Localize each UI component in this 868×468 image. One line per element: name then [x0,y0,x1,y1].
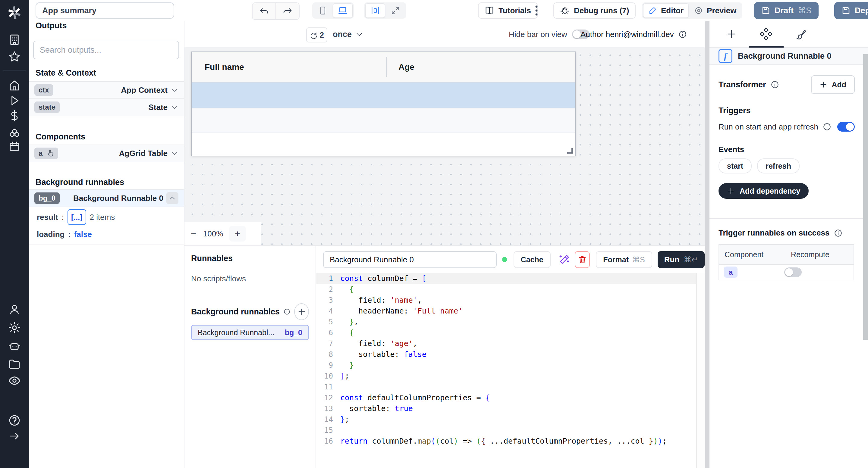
code-line[interactable]: 4 headerName: 'Full name' [316,306,697,316]
delete-runnable-button[interactable] [575,251,590,268]
ai-wand-button[interactable] [558,254,570,265]
panel-resize-handle[interactable] [705,21,710,468]
sidebar-item-help[interactable] [0,412,29,429]
table-row[interactable] [192,108,575,133]
more-menu-button[interactable] [530,4,542,17]
refresh-mode-select[interactable]: once [333,27,363,41]
sidebar-collapse[interactable] [0,428,29,444]
editor-tab[interactable]: Editor [643,3,689,18]
output-row-component-a[interactable]: a AgGrid Table [29,144,184,162]
code-scrollbar[interactable] [696,273,705,468]
fullwidth-layout-button[interactable] [386,4,405,18]
component-a-cell: a [724,268,784,276]
outputs-search[interactable] [33,41,179,59]
sidebar-item-workers[interactable] [0,338,29,355]
code-editor[interactable]: 1const columnDef = [2 {3 field: 'name',4… [316,273,697,468]
code-line[interactable]: 8 sortable: false [316,349,697,360]
sidebar-item-variables[interactable] [0,107,29,124]
sidebar-item-folders[interactable] [0,355,29,372]
collapse-row-button[interactable] [166,192,179,204]
rail-divider [3,70,26,70]
search-outputs-input[interactable] [39,45,173,55]
runnable-name-input[interactable] [323,251,497,268]
undo-button[interactable] [253,3,276,19]
code-line[interactable]: 11 [316,381,697,392]
mobile-view-button[interactable] [313,4,332,18]
add-transformer-button[interactable]: Add [811,75,855,94]
expand-result-button[interactable]: [...] [67,209,86,225]
code-line[interactable]: 14}; [316,414,697,425]
phone-icon [318,6,327,15]
refresh-count-button[interactable]: 2 [306,27,327,42]
output-row-state[interactable]: state State [29,99,184,116]
run-button[interactable]: Run⌘↵ [658,251,705,268]
sidebar-item-settings[interactable] [0,319,29,336]
sidebar-item-audit[interactable] [0,372,29,389]
sidebar-item-favorites[interactable] [0,48,29,65]
code-line[interactable]: 16return columnDef.map((col) => ({ ...de… [316,436,697,446]
table-row-selected[interactable] [192,82,575,108]
outputs-title: Outputs [29,21,184,30]
code-line[interactable]: 9 } [316,360,697,371]
redo-icon [282,6,293,16]
center-layout-button[interactable] [365,3,385,18]
outputs-panel: Outputs State & Context ctx App Context … [29,21,184,468]
code-line[interactable]: 12const defaultColumnProperties = { [316,392,697,403]
code-line[interactable]: 15 [316,425,697,436]
canvas-toolbar: 2 once Hide bar on view Author henri@win… [184,21,705,48]
sidebar-item-resources[interactable] [0,123,29,140]
desktop-view-button[interactable] [333,3,352,18]
aggrid-table-component[interactable]: Full name Age [191,52,576,156]
code-line[interactable]: 7 field: 'age', [316,338,697,349]
zoom-out-button[interactable]: − [184,229,203,239]
sidebar-item-runs[interactable] [0,92,29,109]
format-button[interactable]: Format⌘S [596,251,652,268]
draft-button[interactable]: Draft⌘S [754,2,818,19]
insert-component-tab[interactable] [724,27,739,41]
deploy-button[interactable]: Deploy [834,2,868,19]
code-line[interactable]: 13 sortable: true [316,403,697,414]
sidebar-item-schedules[interactable] [0,138,29,155]
code-line[interactable]: 2 { [316,284,697,295]
chevron-down-icon [170,103,179,111]
cache-button[interactable]: Cache [514,251,551,268]
recompute-toggle[interactable] [784,267,802,277]
run-on-start-row: Run on start and app refresh [718,122,855,132]
robot-icon [8,340,21,353]
styling-tab[interactable] [794,27,808,41]
output-row-bg0[interactable]: bg_0 Background Runnable 0 [29,190,184,207]
zoom-in-button[interactable]: + [229,226,246,241]
add-dependency-button[interactable]: Add dependency [718,183,809,199]
settings-tab-active[interactable] [759,27,773,41]
background-runnable-item[interactable]: Background Runnabl... bg_0 [191,325,309,340]
sidebar-item-home[interactable] [0,77,29,94]
code-line[interactable]: 6 { [316,327,697,338]
active-tab-underline [749,46,784,47]
run-on-start-toggle[interactable] [837,122,855,132]
right-panel-scrollbar[interactable] [863,54,868,340]
chevron-down-icon [170,86,179,94]
redo-button[interactable] [276,3,299,19]
column-header-age[interactable]: Age [398,62,414,72]
table-empty-area [192,133,575,156]
section-divider [29,244,184,245]
trigger-success-table: Component Recompute a [718,244,854,280]
sidebar-item-users[interactable] [0,301,29,318]
code-line[interactable]: 1const columnDef = [ [316,273,697,284]
magic-wand-icon [558,254,570,265]
debug-runs-button[interactable]: Debug runs (7) [553,2,636,19]
preview-tab[interactable]: Preview [689,4,741,18]
code-line[interactable]: 10]; [316,371,697,381]
output-row-ctx[interactable]: ctx App Context [29,81,184,99]
add-background-runnable-button[interactable] [294,303,309,320]
windmill-logo[interactable] [0,4,29,21]
canvas-grid[interactable]: Full name Age − 100% + [184,47,705,245]
code-line[interactable]: 5 }, [316,316,697,327]
device-toggle [312,2,354,19]
sidebar-item-workspace[interactable] [0,31,29,48]
tutorials-button[interactable]: Tutorials [478,2,538,19]
code-line[interactable]: 3 field: 'name', [316,295,697,306]
resize-handle[interactable] [567,148,572,154]
app-summary-input[interactable] [36,2,174,19]
column-header-full-name[interactable]: Full name [192,62,385,72]
